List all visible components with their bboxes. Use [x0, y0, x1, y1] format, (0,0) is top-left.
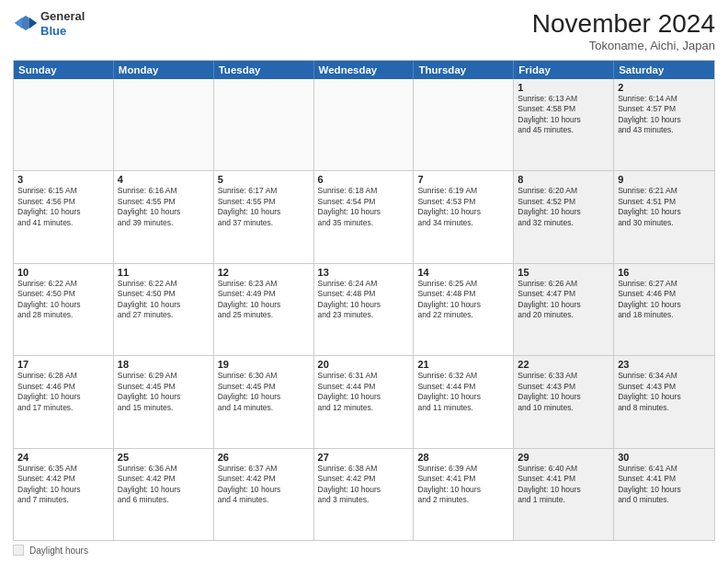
day-number: 22	[518, 359, 609, 370]
day-of-week-thursday: Thursday	[414, 61, 514, 79]
cell-info: Sunrise: 6:13 AM Sunset: 4:58 PM Dayligh…	[518, 94, 609, 136]
day-number: 25	[118, 452, 210, 463]
day-number: 29	[518, 452, 609, 463]
cal-cell: 8Sunrise: 6:20 AM Sunset: 4:52 PM Daylig…	[514, 171, 614, 262]
cal-cell: 23Sunrise: 6:34 AM Sunset: 4:43 PM Dayli…	[614, 356, 714, 447]
calendar-body: 1Sunrise: 6:13 AM Sunset: 4:58 PM Daylig…	[14, 79, 714, 540]
cal-cell: 16Sunrise: 6:27 AM Sunset: 4:46 PM Dayli…	[614, 264, 714, 355]
cal-cell: 4Sunrise: 6:16 AM Sunset: 4:55 PM Daylig…	[114, 171, 214, 262]
cell-info: Sunrise: 6:36 AM Sunset: 4:42 PM Dayligh…	[118, 464, 210, 506]
cell-info: Sunrise: 6:32 AM Sunset: 4:44 PM Dayligh…	[417, 371, 509, 413]
logo: General Blue	[13, 9, 85, 38]
cell-info: Sunrise: 6:28 AM Sunset: 4:46 PM Dayligh…	[17, 371, 109, 413]
cell-info: Sunrise: 6:19 AM Sunset: 4:53 PM Dayligh…	[417, 186, 509, 228]
page-container: General Blue November 2024 Tokoname, Aic…	[0, 0, 728, 563]
day-number: 12	[218, 267, 310, 278]
cal-cell	[414, 79, 514, 170]
cell-info: Sunrise: 6:25 AM Sunset: 4:48 PM Dayligh…	[417, 279, 509, 321]
day-number: 6	[318, 174, 410, 185]
day-number: 18	[118, 359, 210, 370]
cell-info: Sunrise: 6:37 AM Sunset: 4:42 PM Dayligh…	[218, 464, 310, 506]
calendar: SundayMondayTuesdayWednesdayThursdayFrid…	[13, 60, 715, 541]
cell-info: Sunrise: 6:30 AM Sunset: 4:45 PM Dayligh…	[218, 371, 310, 413]
cal-cell: 15Sunrise: 6:26 AM Sunset: 4:47 PM Dayli…	[514, 264, 614, 355]
day-number: 19	[218, 359, 310, 370]
day-of-week-sunday: Sunday	[14, 61, 114, 79]
cell-info: Sunrise: 6:18 AM Sunset: 4:54 PM Dayligh…	[318, 186, 410, 228]
cell-info: Sunrise: 6:23 AM Sunset: 4:49 PM Dayligh…	[218, 279, 310, 321]
day-number: 20	[318, 359, 410, 370]
cal-cell: 29Sunrise: 6:40 AM Sunset: 4:41 PM Dayli…	[514, 449, 614, 540]
week-row-1: 1Sunrise: 6:13 AM Sunset: 4:58 PM Daylig…	[14, 79, 714, 171]
location: Tokoname, Aichi, Japan	[532, 39, 715, 52]
cell-info: Sunrise: 6:16 AM Sunset: 4:55 PM Dayligh…	[118, 186, 210, 228]
day-number: 23	[618, 359, 711, 370]
cell-info: Sunrise: 6:15 AM Sunset: 4:56 PM Dayligh…	[17, 186, 109, 228]
cal-cell	[314, 79, 415, 170]
cell-info: Sunrise: 6:21 AM Sunset: 4:51 PM Dayligh…	[618, 186, 711, 228]
cell-info: Sunrise: 6:24 AM Sunset: 4:48 PM Dayligh…	[318, 279, 410, 321]
cal-cell: 5Sunrise: 6:17 AM Sunset: 4:55 PM Daylig…	[214, 171, 314, 262]
day-number: 21	[417, 359, 509, 370]
cal-cell: 26Sunrise: 6:37 AM Sunset: 4:42 PM Dayli…	[214, 449, 314, 540]
cal-cell	[214, 79, 314, 170]
week-row-5: 24Sunrise: 6:35 AM Sunset: 4:42 PM Dayli…	[14, 449, 714, 540]
cal-cell: 30Sunrise: 6:41 AM Sunset: 4:41 PM Dayli…	[614, 449, 714, 540]
cal-cell: 25Sunrise: 6:36 AM Sunset: 4:42 PM Dayli…	[114, 449, 214, 540]
day-number: 11	[118, 267, 210, 278]
logo-icon	[13, 14, 39, 34]
day-of-week-friday: Friday	[514, 61, 614, 79]
calendar-header: SundayMondayTuesdayWednesdayThursdayFrid…	[14, 61, 714, 79]
cal-cell: 10Sunrise: 6:22 AM Sunset: 4:50 PM Dayli…	[14, 264, 114, 355]
svg-marker-1	[29, 17, 37, 29]
cell-info: Sunrise: 6:39 AM Sunset: 4:41 PM Dayligh…	[417, 464, 509, 506]
svg-marker-2	[15, 17, 22, 29]
day-number: 27	[318, 452, 410, 463]
cell-info: Sunrise: 6:40 AM Sunset: 4:41 PM Dayligh…	[518, 464, 609, 506]
cell-info: Sunrise: 6:22 AM Sunset: 4:50 PM Dayligh…	[118, 279, 210, 321]
day-number: 15	[518, 267, 609, 278]
day-number: 17	[17, 359, 109, 370]
cal-cell: 18Sunrise: 6:29 AM Sunset: 4:45 PM Dayli…	[114, 356, 214, 447]
legend-box	[13, 545, 24, 556]
cal-cell: 20Sunrise: 6:31 AM Sunset: 4:44 PM Dayli…	[314, 356, 415, 447]
logo-general: General	[40, 9, 85, 24]
footer: Daylight hours	[13, 545, 715, 556]
cell-info: Sunrise: 6:17 AM Sunset: 4:55 PM Dayligh…	[218, 186, 310, 228]
cell-info: Sunrise: 6:35 AM Sunset: 4:42 PM Dayligh…	[17, 464, 109, 506]
day-number: 14	[417, 267, 509, 278]
day-number: 2	[618, 82, 711, 93]
cal-cell: 27Sunrise: 6:38 AM Sunset: 4:42 PM Dayli…	[314, 449, 415, 540]
week-row-3: 10Sunrise: 6:22 AM Sunset: 4:50 PM Dayli…	[14, 264, 714, 356]
day-number: 9	[618, 174, 711, 185]
day-of-week-wednesday: Wednesday	[314, 61, 415, 79]
cal-cell: 14Sunrise: 6:25 AM Sunset: 4:48 PM Dayli…	[414, 264, 514, 355]
cal-cell: 22Sunrise: 6:33 AM Sunset: 4:43 PM Dayli…	[514, 356, 614, 447]
cal-cell: 11Sunrise: 6:22 AM Sunset: 4:50 PM Dayli…	[114, 264, 214, 355]
day-of-week-monday: Monday	[114, 61, 214, 79]
day-number: 1	[518, 82, 609, 93]
cell-info: Sunrise: 6:14 AM Sunset: 4:57 PM Dayligh…	[618, 94, 711, 136]
logo-blue: Blue	[40, 24, 85, 39]
cell-info: Sunrise: 6:27 AM Sunset: 4:46 PM Dayligh…	[618, 279, 711, 321]
cal-cell	[114, 79, 214, 170]
cell-info: Sunrise: 6:38 AM Sunset: 4:42 PM Dayligh…	[318, 464, 410, 506]
day-number: 4	[118, 174, 210, 185]
cal-cell	[14, 79, 114, 170]
cal-cell: 13Sunrise: 6:24 AM Sunset: 4:48 PM Dayli…	[314, 264, 415, 355]
cal-cell: 2Sunrise: 6:14 AM Sunset: 4:57 PM Daylig…	[614, 79, 714, 170]
day-number: 7	[417, 174, 509, 185]
cal-cell: 19Sunrise: 6:30 AM Sunset: 4:45 PM Dayli…	[214, 356, 314, 447]
day-number: 13	[318, 267, 410, 278]
week-row-2: 3Sunrise: 6:15 AM Sunset: 4:56 PM Daylig…	[14, 171, 714, 263]
cell-info: Sunrise: 6:33 AM Sunset: 4:43 PM Dayligh…	[518, 371, 609, 413]
cell-info: Sunrise: 6:20 AM Sunset: 4:52 PM Dayligh…	[518, 186, 609, 228]
title-area: November 2024 Tokoname, Aichi, Japan	[532, 9, 715, 52]
cal-cell: 28Sunrise: 6:39 AM Sunset: 4:41 PM Dayli…	[414, 449, 514, 540]
cal-cell: 1Sunrise: 6:13 AM Sunset: 4:58 PM Daylig…	[514, 79, 614, 170]
legend-label: Daylight hours	[29, 546, 88, 556]
cal-cell: 24Sunrise: 6:35 AM Sunset: 4:42 PM Dayli…	[14, 449, 114, 540]
day-number: 28	[417, 452, 509, 463]
day-number: 10	[17, 267, 109, 278]
cell-info: Sunrise: 6:26 AM Sunset: 4:47 PM Dayligh…	[518, 279, 609, 321]
